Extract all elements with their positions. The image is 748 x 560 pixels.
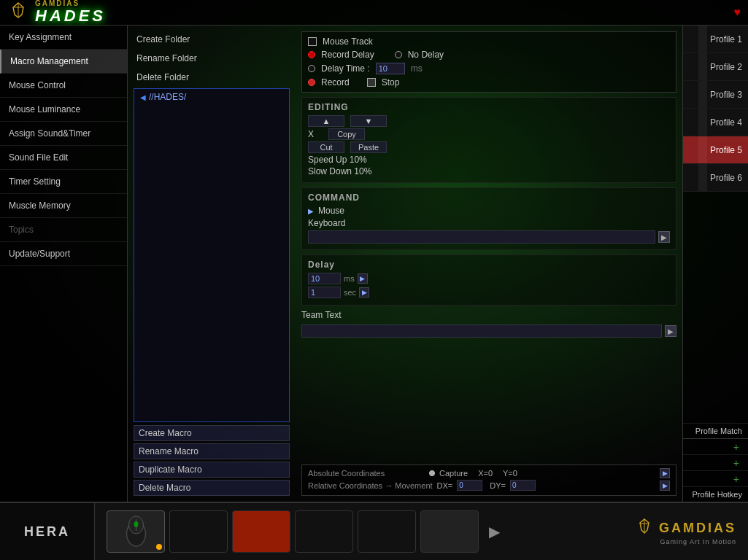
slow-down-label[interactable]: Slow Down 10%: [308, 166, 371, 176]
create-folder-button[interactable]: Create Folder: [134, 31, 290, 47]
create-macro-button[interactable]: Create Macro: [134, 425, 290, 441]
sidebar-item-sound-file-edit[interactable]: Sound File Edit: [0, 146, 127, 170]
mouse-track-row: Mouse Track: [308, 36, 670, 47]
relative-coord-row: Relative Coordinates → Movement DX= DY= …: [308, 480, 670, 491]
delay-title: Delay: [308, 260, 670, 270]
dy-input[interactable]: [510, 480, 536, 491]
record-button-icon[interactable]: [308, 79, 315, 86]
profile-match-plus-1[interactable]: +: [683, 439, 748, 455]
sidebar-item-timer-setting[interactable]: Timer Setting: [0, 170, 127, 194]
mouse-command-item[interactable]: ▶ Mouse: [308, 206, 670, 216]
delay-sec-unit-label: sec: [344, 288, 356, 297]
copy-button[interactable]: Copy: [328, 128, 365, 140]
folder-arrow: ◀: [140, 93, 146, 101]
device-active-indicator: [156, 544, 162, 550]
logo-area: GAMDIAS HADES: [7, 0, 106, 26]
hera-logo-area: HERA: [0, 503, 95, 560]
delay-time-label: Delay Time :: [321, 63, 370, 74]
command-section: COMMAND ▶ Mouse Keyboard ▶: [301, 187, 676, 250]
mouse-label: Mouse: [318, 206, 344, 216]
profile-1-button[interactable]: Profile 1: [683, 26, 748, 53]
sidebar-item-key-assignment[interactable]: Key Assignment: [0, 26, 127, 50]
coordinates-section: Absolute Coordinates Capture X=0 Y=0 ▶ R…: [301, 464, 676, 496]
delay-sec-row: sec ▶: [308, 287, 670, 298]
dx-input[interactable]: [457, 480, 482, 491]
device-scroll-arrow[interactable]: ▶: [483, 523, 506, 540]
sidebar-item-assign-sound-timer[interactable]: Assign Sound&Timer: [0, 122, 127, 146]
device-slot-2[interactable]: [169, 510, 228, 553]
delay-time-input[interactable]: [376, 63, 405, 74]
profile-6-button[interactable]: Profile 6: [683, 164, 748, 192]
mouse-arrow-icon: ▶: [308, 207, 314, 215]
capture-radio[interactable]: [429, 470, 435, 476]
no-delay-radio[interactable]: [395, 51, 402, 58]
profile-4-button[interactable]: Profile 4: [683, 109, 748, 136]
delay-ms-row: ms ▶: [308, 273, 670, 284]
relative-coord-label: Relative Coordinates → Movement: [308, 481, 433, 490]
folder-name: //HADES/: [149, 92, 186, 102]
device-slot-5[interactable]: [358, 510, 416, 553]
gamdias-tagline: Gaming Art In Motion: [660, 538, 736, 545]
team-text-input[interactable]: [301, 324, 662, 338]
delay-time-radio[interactable]: [308, 65, 315, 72]
command-arrow-button[interactable]: ▶: [658, 231, 670, 243]
mouse-icon: [123, 513, 149, 550]
command-input[interactable]: [308, 230, 655, 244]
paste-button[interactable]: Paste: [350, 141, 387, 153]
macro-bottom-btns: Create Macro Rename Macro Duplicate Macr…: [134, 425, 290, 496]
profile-3-button[interactable]: Profile 3: [683, 81, 748, 109]
macro-folder-item[interactable]: ◀ //HADES/: [134, 89, 289, 105]
delay-ms-input[interactable]: [308, 273, 341, 284]
duplicate-macro-button[interactable]: Duplicate Macro: [134, 462, 290, 478]
gamdias-branding: GAMDIAS Gaming Art In Motion: [622, 518, 748, 545]
stop-label[interactable]: Stop: [382, 77, 400, 88]
up-arrow-button[interactable]: ▲: [308, 115, 344, 127]
record-delay-radio[interactable]: [308, 51, 315, 58]
speed-up-label[interactable]: Speed Up 10%: [308, 155, 367, 165]
abs-coord-arrow[interactable]: ▶: [660, 468, 670, 478]
product-name: HADES: [35, 7, 106, 25]
rel-coord-arrow[interactable]: ▶: [660, 481, 670, 491]
speed-up-row: Speed Up 10%: [308, 155, 670, 165]
device-slot-4[interactable]: [295, 510, 353, 553]
mouse-track-checkbox[interactable]: [308, 37, 317, 46]
delete-folder-button[interactable]: Delete Folder: [134, 69, 290, 85]
sidebar-item-macro-management[interactable]: Macro Management: [0, 50, 127, 74]
sidebar-item-update-support[interactable]: Update/Support: [0, 242, 127, 266]
sidebar-item-mouse-control[interactable]: Mouse Control: [0, 74, 127, 98]
down-arrow-button[interactable]: ▼: [350, 115, 387, 127]
profile-match-plus-3[interactable]: +: [683, 471, 748, 487]
rename-macro-button[interactable]: Rename Macro: [134, 443, 290, 459]
record-label[interactable]: Record: [321, 77, 350, 88]
main-content: Create Folder Rename Folder Delete Folde…: [128, 26, 682, 502]
edit-panel: Mouse Track Record Delay No Delay Delay …: [296, 26, 682, 502]
mouse-track-label: Mouse Track: [323, 36, 373, 47]
device-slot-3[interactable]: [232, 510, 290, 553]
profile-match-plus-2[interactable]: +: [683, 455, 748, 471]
delay-sec-input[interactable]: [308, 287, 341, 298]
dy-label: DY=: [490, 481, 506, 490]
rename-folder-button[interactable]: Rename Folder: [134, 50, 290, 66]
delay-time-row: Delay Time : ms: [308, 63, 670, 74]
gamdias-logo-icon: [7, 1, 29, 23]
profile-2-button[interactable]: Profile 2: [683, 53, 748, 81]
team-text-arrow-button[interactable]: ▶: [665, 325, 676, 337]
delay-sec-arrow[interactable]: ▶: [359, 287, 369, 298]
sidebar-item-muscle-memory[interactable]: Muscle Memory: [0, 194, 127, 218]
stop-checkbox[interactable]: [367, 78, 376, 87]
y-coord-label: Y=0: [503, 469, 517, 478]
profile-5-button[interactable]: Profile 5: [683, 136, 748, 164]
record-section: Mouse Track Record Delay No Delay Delay …: [301, 31, 676, 93]
device-slot-6[interactable]: [420, 510, 479, 553]
delay-ms-arrow[interactable]: ▶: [358, 273, 368, 284]
keyboard-command-item[interactable]: Keyboard: [308, 218, 670, 228]
device-slot-1[interactable]: [107, 510, 165, 553]
profile-panel: Profile 1 Profile 2 Profile 3 Profile 4 …: [682, 26, 748, 502]
cut-button[interactable]: Cut: [308, 141, 344, 153]
record-stop-row: Record Stop: [308, 77, 670, 88]
delete-macro-button[interactable]: Delete Macro: [134, 480, 290, 496]
macro-list-box[interactable]: ◀ //HADES/: [134, 88, 290, 422]
sidebar-item-mouse-luminance[interactable]: Mouse Luminance: [0, 98, 127, 122]
absolute-coord-label: Absolute Coordinates: [308, 469, 425, 478]
editing-section: EDITING ▲ ▼ X Copy Cut Paste Speed Up 10…: [301, 97, 676, 183]
